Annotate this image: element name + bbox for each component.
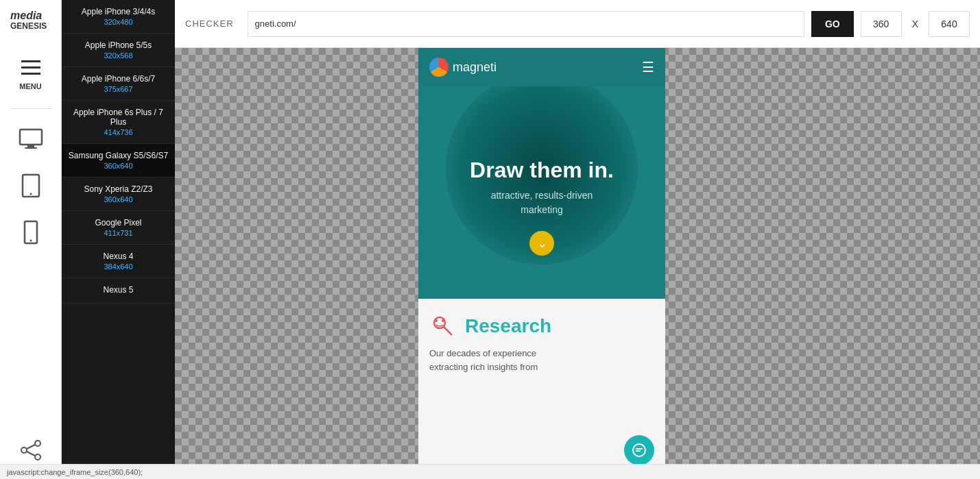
tablet-icon — [19, 173, 43, 198]
site-logo-text: magneti — [453, 60, 497, 75]
device-name: Nexus 5 — [67, 285, 169, 295]
research-icon — [429, 312, 457, 340]
section-title: Research — [465, 315, 551, 337]
device-item-sony[interactable]: Sony Xperia Z2/Z3 360x640 — [62, 177, 175, 211]
go-button[interactable]: GO — [811, 11, 854, 37]
svg-point-11 — [29, 240, 32, 242]
sidebar-icons — [7, 123, 55, 249]
device-name: Apple iPhone 5/5s — [67, 40, 169, 50]
svg-point-14 — [35, 454, 40, 460]
height-input[interactable] — [929, 11, 970, 37]
section-header: Research — [429, 312, 654, 340]
svg-rect-3 — [21, 66, 40, 69]
device-name: Nexus 4 — [67, 251, 169, 261]
device-size: 375x667 — [67, 85, 169, 93]
sidebar-divider — [10, 108, 51, 109]
device-item-iphone55s[interactable]: Apple iPhone 5/5s 320x568 — [62, 34, 175, 67]
device-size: 320x568 — [67, 51, 169, 60]
section-text-line1: Our decades of experience — [429, 348, 536, 358]
device-item-pixel[interactable]: Google Pixel 411x731 — [62, 211, 175, 245]
device-item-samsung[interactable]: Samsung Galaxy S5/S6/S7 360x640 — [62, 144, 175, 177]
chat-icon — [632, 443, 647, 458]
device-name: Sony Xperia Z2/Z3 — [67, 184, 169, 194]
device-item-nexus5[interactable]: Nexus 5 — [62, 278, 175, 304]
site-logo-area: magneti — [429, 58, 497, 77]
svg-point-19 — [435, 319, 438, 322]
svg-text:media: media — [10, 10, 42, 21]
svg-point-20 — [442, 319, 444, 322]
site-hero: Draw them in. attractive, results-driven… — [418, 86, 665, 299]
device-name: Apple iPhone 3/4/4s — [67, 7, 169, 16]
chat-bubble-button[interactable] — [624, 435, 654, 465]
svg-point-13 — [21, 447, 27, 453]
svg-point-9 — [29, 193, 32, 195]
svg-rect-6 — [27, 145, 34, 147]
preview-area: magneti ☰ Draw them in. attractive, resu… — [175, 48, 980, 479]
section-text-line2: extracting rich insights from — [429, 362, 538, 372]
main-area: CHECKER GO X magneti ☰ Draw them in. — [175, 0, 980, 479]
width-input[interactable] — [861, 11, 902, 37]
site-hamburger-icon[interactable]: ☰ — [642, 59, 654, 75]
svg-line-16 — [27, 452, 35, 456]
device-item-nexus4[interactable]: Nexus 4 384x640 — [62, 245, 175, 278]
device-name: Apple iPhone 6s Plus / 7 Plus — [67, 108, 169, 127]
status-bar: javascript:change_iframe_size(360,640); — [0, 464, 980, 479]
svg-rect-2 — [21, 60, 40, 62]
url-input[interactable] — [248, 11, 804, 37]
svg-line-15 — [27, 445, 35, 449]
hero-chevron-button[interactable]: ⌄ — [529, 231, 554, 256]
svg-rect-4 — [21, 73, 40, 75]
device-frame: magneti ☰ Draw them in. attractive, resu… — [418, 48, 665, 479]
device-size: 411x731 — [67, 229, 169, 237]
svg-rect-5 — [20, 130, 42, 145]
device-name: Samsung Galaxy S5/S6/S7 — [67, 151, 169, 160]
device-size: 414x736 — [67, 128, 169, 136]
tablet-nav-item[interactable] — [7, 169, 55, 202]
site-logo-icon — [429, 58, 449, 77]
device-size: 384x640 — [67, 262, 169, 271]
section-text: Our decades of experience extracting ric… — [429, 347, 654, 373]
menu-button[interactable]: MENU — [7, 51, 55, 95]
top-bar-left: CHECKER — [185, 19, 234, 29]
device-item-iphone6plus[interactable]: Apple iPhone 6s Plus / 7 Plus 414x736 — [62, 101, 175, 144]
device-size: 360x640 — [67, 162, 169, 170]
device-size: 360x640 — [67, 195, 169, 204]
svg-point-21 — [633, 444, 645, 456]
device-panel: Apple iPhone 3/4/4s 320x480 Apple iPhone… — [62, 0, 175, 479]
checker-title: CHECKER — [185, 19, 234, 29]
mobile-icon — [19, 220, 43, 245]
dimension-x-label: X — [909, 19, 922, 29]
hero-subtitle: attractive, results-driven marketing — [491, 188, 593, 217]
monitor-nav-item[interactable] — [7, 123, 55, 156]
share-button[interactable] — [19, 438, 43, 465]
device-item-iphone6[interactable]: Apple iPhone 6/6s/7 375x667 — [62, 67, 175, 101]
hero-title: Draw them in. — [470, 158, 614, 183]
svg-text:GENESIS: GENESIS — [10, 21, 47, 31]
share-icon — [19, 438, 43, 463]
logo: media GENESIS — [10, 7, 51, 37]
svg-line-18 — [444, 327, 451, 334]
sidebar: media GENESIS MENU — [0, 0, 62, 479]
status-text: javascript:change_iframe_size(360,640); — [7, 468, 143, 476]
hamburger-icon — [19, 55, 43, 79]
menu-label: MENU — [19, 82, 41, 90]
monitor-icon — [19, 127, 43, 151]
site-header: magneti ☰ — [418, 48, 665, 86]
logo-svg: media GENESIS — [10, 7, 51, 34]
svg-point-12 — [35, 441, 40, 446]
mobile-nav-item[interactable] — [7, 216, 55, 249]
svg-rect-7 — [25, 147, 37, 149]
device-item-iphone34[interactable]: Apple iPhone 3/4/4s 320x480 — [62, 0, 175, 34]
device-size: 320x480 — [67, 18, 169, 26]
device-name: Google Pixel — [67, 218, 169, 228]
hero-subtitle-line2: marketing — [521, 204, 562, 215]
hero-subtitle-line1: attractive, results-driven — [491, 190, 593, 201]
top-bar: CHECKER GO X — [175, 0, 980, 48]
device-name: Apple iPhone 6/6s/7 — [67, 74, 169, 84]
